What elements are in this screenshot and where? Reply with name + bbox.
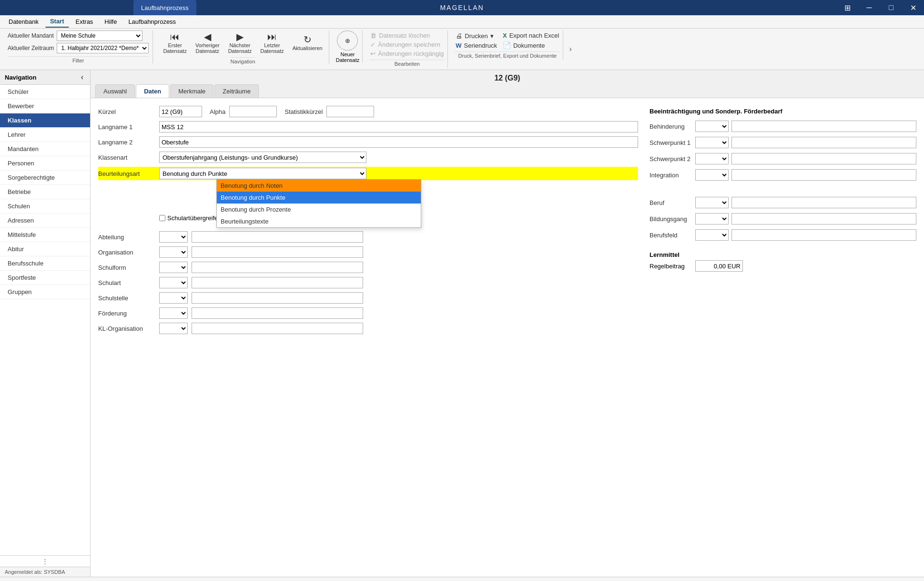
- toolbar-scroll-btn[interactable]: ›: [567, 31, 573, 68]
- beruf-input[interactable]: [731, 197, 916, 208]
- menu-start[interactable]: Start: [45, 16, 69, 28]
- sidebar-item-berufsschule[interactable]: Berufsschule: [0, 256, 90, 271]
- schulart-input[interactable]: [192, 277, 363, 288]
- prev-record-icon: ◀: [204, 32, 211, 41]
- sidebar-more-btn[interactable]: ⋮: [0, 555, 90, 567]
- settings-btn[interactable]: ⊞: [836, 0, 858, 15]
- berufsfeld-select[interactable]: [695, 229, 729, 241]
- save-label: Änderungen speichern: [378, 41, 440, 48]
- window-controls[interactable]: ⊞ ─ □ ✕: [836, 0, 924, 15]
- next-record-btn[interactable]: ▶ NächsterDatensatz: [225, 31, 255, 55]
- menu-laufbahnprozess[interactable]: Laufbahnprozess: [123, 16, 181, 27]
- beurteilungsart-select[interactable]: Benotung durch Punkte: [159, 168, 366, 179]
- menu-extras[interactable]: Extras: [71, 16, 98, 27]
- tab-merkmale[interactable]: Merkmale: [170, 84, 213, 98]
- beurteilungsart-dropdown[interactable]: Benotung durch Noten Benotung durch Punk…: [216, 179, 421, 228]
- schwerpunkt1-input[interactable]: [731, 137, 916, 148]
- prev-record-btn[interactable]: ◀ VorherigerDatensatz: [192, 31, 223, 55]
- langname1-input[interactable]: [159, 121, 638, 133]
- langname2-input[interactable]: [159, 136, 638, 148]
- menu-bar: Datenbank Start Extras Hilfe Laufbahnpro…: [0, 15, 924, 29]
- abteilung-row: Abteilung: [98, 231, 638, 243]
- dropdown-item-prozente[interactable]: Benotung durch Prozente: [217, 204, 421, 215]
- sidebar-item-lehrer[interactable]: Lehrer: [0, 128, 90, 142]
- export-excel-btn[interactable]: X Export nach Excel: [502, 31, 560, 40]
- schulform-select[interactable]: [159, 262, 188, 273]
- minimize-btn[interactable]: ─: [858, 0, 880, 15]
- sidebar-collapse-btn[interactable]: ‹: [79, 73, 85, 82]
- seriendruck-btn[interactable]: W Seriendruck: [455, 41, 498, 50]
- sidebar-item-schulen[interactable]: Schulen: [0, 199, 90, 214]
- sidebar-item-schueler[interactable]: Schüler: [0, 85, 90, 99]
- sidebar-item-mittelstufe[interactable]: Mittelstufe: [0, 228, 90, 242]
- kuerzel-input[interactable]: [159, 106, 202, 117]
- abteilung-input[interactable]: [192, 231, 363, 243]
- berufsfeld-label: Berufsfeld: [650, 232, 692, 239]
- beruf-select[interactable]: [695, 197, 729, 208]
- schulstelle-input[interactable]: [192, 292, 363, 304]
- drucken-btn[interactable]: 🖨 Drucken ▾: [455, 31, 498, 40]
- title-bar: Laufbahnprozess MAGELLAN ⊞ ─ □ ✕: [0, 0, 924, 15]
- schulartuebergreifend-checkbox[interactable]: [159, 215, 165, 221]
- organisation-input[interactable]: [192, 246, 363, 258]
- bildungsgang-input[interactable]: [731, 213, 916, 224]
- new-record-btn[interactable]: ⊕: [337, 31, 358, 51]
- sidebar-item-betriebe[interactable]: Betriebe: [0, 185, 90, 199]
- mandant-select[interactable]: Meine Schule: [57, 31, 142, 41]
- dropdown-item-texte[interactable]: Beurteilungstexte: [217, 215, 421, 227]
- foerderung-input[interactable]: [192, 307, 363, 319]
- sidebar-item-klassen[interactable]: Klassen: [0, 113, 90, 128]
- foerderung-row: Förderung: [98, 307, 638, 319]
- tab-zeitraeume[interactable]: Zeiträume: [214, 84, 259, 98]
- dropdown-item-punkte[interactable]: Benotung durch Punkte: [217, 192, 421, 204]
- statistik-input[interactable]: [326, 106, 374, 117]
- schwerpunkt2-select[interactable]: [695, 153, 729, 164]
- last-record-btn[interactable]: ⏭ LetzterDatensatz: [257, 31, 287, 55]
- regelbeitrag-input[interactable]: [695, 260, 743, 272]
- sidebar-item-mandanten[interactable]: Mandanten: [0, 142, 90, 156]
- bildungsgang-select[interactable]: [695, 213, 729, 224]
- sidebar-item-bewerber[interactable]: Bewerber: [0, 99, 90, 113]
- zeitraum-select[interactable]: 1. Halbjahr 2021/2022 *Demo*: [57, 43, 149, 53]
- beurteilungsart-container: Benotung durch Punkte Benotung durch Not…: [159, 168, 366, 179]
- sidebar-item-personen[interactable]: Personen: [0, 156, 90, 171]
- maximize-btn[interactable]: □: [880, 0, 902, 15]
- form-area: Kürzel Alpha Statistikkürzel Langname 1: [91, 98, 924, 577]
- foerderung-select[interactable]: [159, 307, 188, 319]
- behinderung-select[interactable]: [695, 121, 729, 132]
- schulstelle-select[interactable]: [159, 292, 188, 304]
- dokumente-btn[interactable]: 📄 Dokumente: [502, 41, 560, 50]
- refresh-icon: ↻: [304, 35, 312, 44]
- tab-daten[interactable]: Daten: [136, 84, 169, 98]
- tab-auswahl[interactable]: Auswahl: [95, 84, 135, 98]
- sidebar-item-sorgeberechtigte[interactable]: Sorgeberechtigte: [0, 171, 90, 185]
- first-record-btn[interactable]: ⏮ ErsterDatensatz: [160, 31, 190, 55]
- kl-organisation-input[interactable]: [192, 323, 363, 334]
- sidebar-item-abitur[interactable]: Abitur: [0, 242, 90, 256]
- behinderung-label: Behinderung: [650, 123, 692, 130]
- sidebar-item-sportfeste[interactable]: Sportfeste: [0, 271, 90, 285]
- schwerpunkt2-input[interactable]: [731, 153, 916, 164]
- abteilung-select[interactable]: [159, 231, 188, 243]
- langname1-row: Langname 1: [98, 121, 638, 133]
- integration-input[interactable]: [731, 169, 916, 181]
- organisation-select[interactable]: [159, 246, 188, 258]
- toolbar-navigation-group: ⏮ ErsterDatensatz ◀ VorherigerDatensatz …: [157, 31, 329, 64]
- klassenart-select[interactable]: Oberstufenjahrgang (Leistungs- und Grund…: [159, 152, 366, 163]
- refresh-btn[interactable]: ↻ Aktualisieren: [289, 33, 326, 52]
- dropdown-item-noten[interactable]: Benotung durch Noten: [217, 180, 421, 192]
- berufsfeld-input[interactable]: [731, 229, 916, 241]
- schulart-select[interactable]: [159, 277, 188, 288]
- menu-datenbank[interactable]: Datenbank: [4, 16, 43, 27]
- schwerpunkt1-select[interactable]: [695, 137, 729, 148]
- sidebar-item-gruppen[interactable]: Gruppen: [0, 285, 90, 299]
- menu-hilfe[interactable]: Hilfe: [100, 16, 122, 27]
- alpha-input[interactable]: [229, 106, 277, 117]
- close-btn[interactable]: ✕: [902, 0, 924, 15]
- title-bar-tab[interactable]: Laufbahnprozess: [133, 0, 196, 15]
- schulform-input[interactable]: [192, 262, 363, 273]
- integration-select[interactable]: [695, 169, 729, 181]
- sidebar-item-adressen[interactable]: Adressen: [0, 214, 90, 228]
- kl-organisation-select[interactable]: [159, 323, 188, 334]
- behinderung-input[interactable]: [731, 121, 916, 132]
